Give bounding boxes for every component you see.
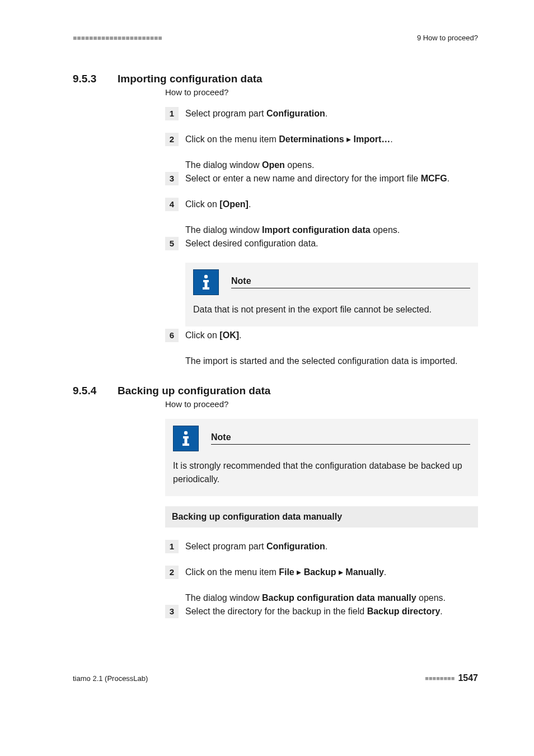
step-text: Select program part Configuration. [185, 107, 327, 120]
step-number: 5 [165, 237, 179, 250]
step-subtext: The dialog window Open opens. [185, 158, 478, 172]
footer-dots: ■■■■■■■■ [425, 675, 455, 682]
info-icon [193, 269, 219, 295]
step-text: Select program part Configuration. [185, 540, 327, 553]
page-number: 1547 [458, 673, 478, 683]
svg-rect-3 [203, 287, 209, 290]
step-text: Select or enter a new name and directory… [185, 172, 449, 185]
svg-rect-6 [185, 436, 188, 445]
header-dots: ■■■■■■■■■■■■■■■■■■■■■■ [73, 34, 162, 42]
step-number: 2 [165, 133, 179, 146]
note-box: Note It is strongly recommended that the… [165, 419, 478, 496]
step-text: Select the directory for the backup in t… [185, 605, 443, 618]
step-text: Select desired configuration data. [185, 237, 318, 250]
step: 3Select or enter a new name and director… [165, 172, 478, 185]
svg-rect-7 [182, 444, 189, 446]
page-header: ■■■■■■■■■■■■■■■■■■■■■■ 9 How to proceed? [73, 34, 478, 42]
section-heading: 9.5.4 Backing up configuration data [73, 385, 478, 397]
svg-rect-2 [205, 280, 208, 288]
step-text: Click on [OK]. [185, 329, 241, 342]
step-number: 3 [165, 172, 179, 185]
footer-product: tiamo 2.1 (ProcessLab) [73, 674, 148, 683]
step-number: 6 [165, 329, 179, 342]
step-subtext: The dialog window Import configuration d… [185, 223, 478, 237]
section-title: Backing up configuration data [118, 385, 270, 397]
section-title: Importing configuration data [118, 73, 263, 85]
subheading: Backing up configuration data manually [165, 506, 478, 528]
note-body: It is strongly recommended that the conf… [173, 459, 470, 486]
section-subtitle: How to proceed? [165, 87, 478, 97]
step-number: 1 [165, 107, 179, 120]
step: 1Select program part Configuration. [165, 107, 478, 120]
step: 2Click on the menu item File ▸ Backup ▸ … [165, 566, 478, 579]
step-number: 3 [165, 605, 179, 618]
section-number: 9.5.4 [73, 385, 118, 397]
info-icon [173, 426, 199, 451]
step-subtext: The import is started and the selected c… [185, 354, 478, 368]
step: 2Click on the menu item Determinations ▸… [165, 133, 478, 146]
svg-point-0 [204, 275, 208, 278]
section-subtitle: How to proceed? [165, 399, 478, 409]
header-chapter: 9 How to proceed? [417, 34, 478, 42]
step: 3Select the directory for the backup in … [165, 605, 478, 618]
section-heading: 9.5.3 Importing configuration data [73, 73, 478, 85]
step-number: 4 [165, 198, 179, 211]
note-title: Note [231, 276, 470, 288]
page: ■■■■■■■■■■■■■■■■■■■■■■ 9 How to proceed?… [0, 0, 534, 756]
step-text: Click on the menu item File ▸ Backup ▸ M… [185, 566, 386, 579]
note-body: Data that is not present in the export f… [193, 303, 470, 316]
section-number: 9.5.3 [73, 73, 118, 85]
step-number: 2 [165, 566, 179, 579]
svg-point-4 [184, 431, 188, 435]
step: 5Select desired configuration data. [165, 237, 478, 250]
page-footer: tiamo 2.1 (ProcessLab) ■■■■■■■■ 1547 [73, 673, 478, 683]
step: 6Click on [OK]. [165, 329, 478, 342]
step-text: Click on the menu item Determinations ▸ … [185, 133, 393, 146]
note-title: Note [211, 432, 470, 445]
step-subtext: The dialog window Backup configuration d… [185, 591, 478, 605]
step: 1Select program part Configuration. [165, 540, 478, 553]
step: 4Click on [Open]. [165, 198, 478, 211]
note-box: NoteData that is not present in the expo… [185, 263, 478, 326]
step-text: Click on [Open]. [185, 198, 251, 211]
step-number: 1 [165, 540, 179, 553]
